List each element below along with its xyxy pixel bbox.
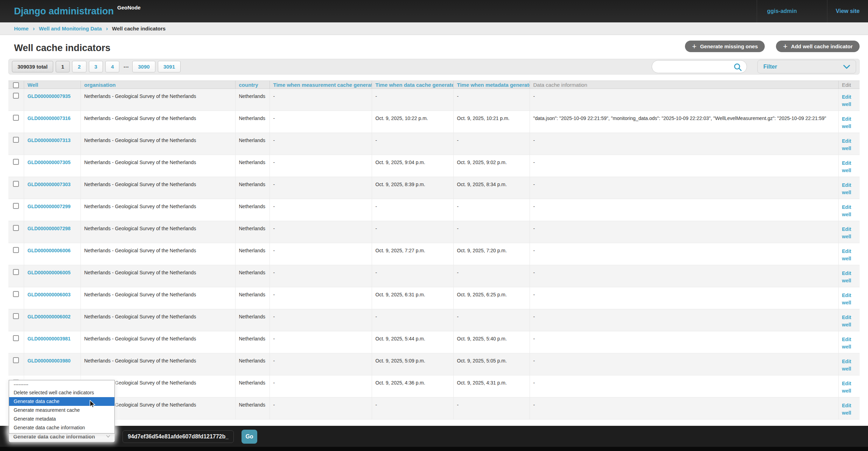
row-checkbox[interactable] xyxy=(13,225,19,231)
well-link[interactable]: GLD000000007299 xyxy=(28,204,71,209)
page-link[interactable]: 2 xyxy=(72,61,86,72)
task-id-input[interactable] xyxy=(122,430,234,443)
column-sort-link[interactable]: Time when measurement cache generated xyxy=(273,82,372,88)
page-link[interactable]: 3 xyxy=(89,61,103,72)
cell-time-measurement-cache: - xyxy=(270,287,372,309)
row-checkbox[interactable] xyxy=(13,181,19,187)
cell-data-cache-information: - xyxy=(530,89,838,111)
cell-well: GLD000000006006 xyxy=(24,243,80,265)
go-button[interactable]: Go xyxy=(241,430,257,444)
column-sort-link[interactable]: Well xyxy=(28,82,38,88)
cell-organisation: Netherlands - Geological Survey of the N… xyxy=(80,155,235,177)
well-link[interactable]: GLD000000007305 xyxy=(28,160,71,165)
cell-time-data-cache: - xyxy=(372,221,453,243)
well-link[interactable]: GLD000000003980 xyxy=(28,358,71,364)
edit-well-link[interactable]: Edit well xyxy=(842,94,851,107)
cell-time-metadata: Oct. 9, 2025, 6:25 p.m. xyxy=(453,287,530,309)
well-link[interactable]: GLD000000006005 xyxy=(28,270,71,275)
row-checkbox[interactable] xyxy=(13,203,19,209)
edit-well-link[interactable]: Edit well xyxy=(842,403,851,416)
column-header-time-when-data-cache-generated[interactable]: Time when data cache generated xyxy=(372,81,453,89)
edit-well-link[interactable]: Edit well xyxy=(842,293,851,305)
edit-well-link[interactable]: Edit well xyxy=(842,359,851,372)
cell-time-data-cache: - xyxy=(372,133,453,155)
table-row: Netherlands - Geological Survey of the N… xyxy=(8,375,860,397)
edit-well-link[interactable]: Edit well xyxy=(842,270,851,283)
column-header-time-when-measurement-cache-generated[interactable]: Time when measurement cache generated xyxy=(270,81,372,89)
select-all-checkbox[interactable] xyxy=(13,82,19,88)
row-checkbox[interactable] xyxy=(13,159,19,165)
dropdown-option[interactable]: Generate metadata xyxy=(9,415,114,423)
edit-well-link[interactable]: Edit well xyxy=(842,204,851,217)
well-link[interactable]: GLD000000007316 xyxy=(28,115,71,121)
page-link[interactable]: 4 xyxy=(105,61,119,72)
edit-well-link[interactable]: Edit well xyxy=(842,138,851,151)
cell-time-metadata: - xyxy=(453,199,530,221)
edit-well-link[interactable]: Edit well xyxy=(842,337,851,350)
well-link[interactable]: GLD000000006006 xyxy=(28,248,71,253)
column-header-well[interactable]: Well xyxy=(24,81,80,89)
column-header-organisation[interactable]: organisation xyxy=(80,81,235,89)
dropdown-option-highlighted[interactable]: Generate data cache xyxy=(9,397,114,406)
row-checkbox[interactable] xyxy=(13,137,19,143)
edit-well-link[interactable]: Edit well xyxy=(842,226,851,239)
site-title-link[interactable]: Django administration xyxy=(14,1,114,22)
row-checkbox[interactable] xyxy=(13,269,19,275)
well-link[interactable]: GLD000000007298 xyxy=(28,226,71,231)
well-link[interactable]: GLD000000007313 xyxy=(28,138,71,143)
cell-organisation: Netherlands - Geological Survey of the N… xyxy=(80,221,235,243)
page-current[interactable]: 1 xyxy=(56,61,70,72)
page-link[interactable]: 3091 xyxy=(158,61,181,72)
table-row: GLD000000007316Netherlands - Geological … xyxy=(8,111,860,133)
cell-time-measurement-cache: - xyxy=(270,89,372,111)
user-segment: ggis-admin xyxy=(757,0,827,22)
well-link[interactable]: GLD000000006003 xyxy=(28,292,71,297)
row-checkbox[interactable] xyxy=(13,247,19,253)
well-link[interactable]: GLD000000007303 xyxy=(28,182,71,187)
cell-time-measurement-cache: - xyxy=(270,309,372,331)
column-header-time-when-metadata-generated[interactable]: Time when metadata generated xyxy=(453,81,530,89)
row-checkbox[interactable] xyxy=(13,357,19,363)
filter-label: Filter xyxy=(763,64,777,70)
edit-well-link[interactable]: Edit well xyxy=(842,116,851,129)
well-link[interactable]: GLD000000007935 xyxy=(28,93,71,99)
edit-well-link[interactable]: Edit well xyxy=(842,315,851,327)
row-checkbox[interactable] xyxy=(13,115,19,121)
well-link[interactable]: GLD000000006002 xyxy=(28,314,71,319)
well-link[interactable]: GLD000000003981 xyxy=(28,336,71,341)
cell-edit: Edit well xyxy=(838,199,860,221)
column-sort-link[interactable]: Time when metadata generated xyxy=(457,82,530,88)
search-input[interactable] xyxy=(652,61,747,73)
dropdown-option[interactable]: Generate data cache information xyxy=(9,423,114,432)
filter-dropdown[interactable]: Filter xyxy=(757,60,856,73)
page-link[interactable]: 3090 xyxy=(132,61,155,72)
column-sort-link[interactable]: organisation xyxy=(84,82,116,88)
cell-country: Netherlands xyxy=(235,331,270,353)
search-box xyxy=(652,60,747,73)
cell-country: Netherlands xyxy=(235,111,270,133)
breadcrumb-separator: › xyxy=(33,26,35,32)
breadcrumb-home-link[interactable]: Home xyxy=(14,26,29,31)
row-checkbox[interactable] xyxy=(13,335,19,341)
action-select-value: Generate data cache information xyxy=(13,434,95,439)
dropdown-option[interactable]: --------- xyxy=(9,381,114,388)
add-well-cache-indicator-button[interactable]: + Add well cache indicator xyxy=(776,41,860,52)
cell-data-cache-information: - xyxy=(530,287,838,309)
row-checkbox[interactable] xyxy=(13,93,19,99)
row-checkbox[interactable] xyxy=(13,291,19,297)
dropdown-option[interactable]: Generate measurement cache xyxy=(9,406,114,415)
column-sort-link[interactable]: country xyxy=(239,82,258,88)
row-checkbox[interactable] xyxy=(13,313,19,319)
cell-time-metadata: Oct. 9, 2025, 5:40 p.m. xyxy=(453,331,530,353)
breadcrumb-section-link[interactable]: Well and Monitoring Data xyxy=(39,26,102,31)
cell-time-metadata: - xyxy=(453,133,530,155)
edit-well-link[interactable]: Edit well xyxy=(842,160,851,173)
column-header-country[interactable]: country xyxy=(235,81,270,89)
view-site-link[interactable]: View site xyxy=(836,8,860,14)
column-sort-link[interactable]: Time when data cache generated xyxy=(376,82,454,88)
edit-well-link[interactable]: Edit well xyxy=(842,381,851,394)
dropdown-option[interactable]: Delete selected well cache indicators xyxy=(9,388,114,397)
edit-well-link[interactable]: Edit well xyxy=(842,248,851,261)
edit-well-link[interactable]: Edit well xyxy=(842,182,851,195)
generate-missing-button[interactable]: + Generate missing ones xyxy=(685,41,765,52)
